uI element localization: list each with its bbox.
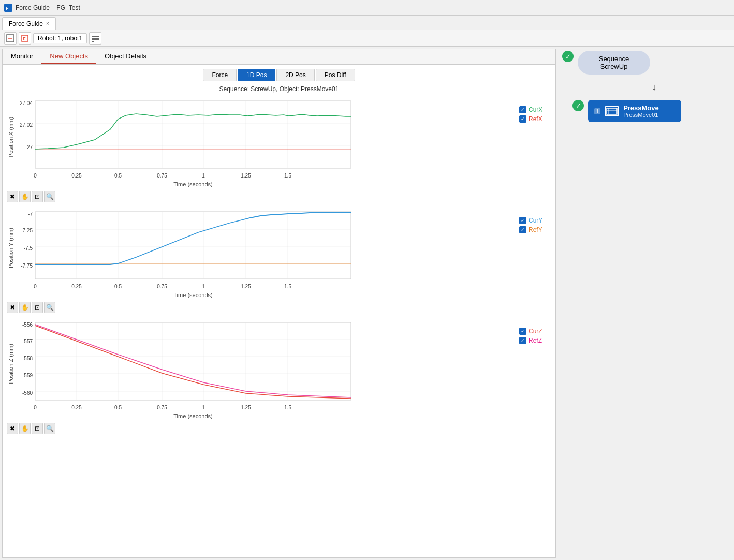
svg-rect-31 — [35, 212, 351, 279]
svg-text:0.25: 0.25 — [71, 405, 82, 410]
svg-text:0: 0 — [34, 173, 37, 179]
svg-text:-7.75: -7.75 — [21, 263, 33, 269]
svg-text:0: 0 — [34, 405, 37, 410]
mode-btn-2d-pos[interactable]: 2D Pos — [276, 69, 314, 81]
chart-z-svg-wrap: Position Z (mm) -556 -557 -558 -559 -560… — [7, 317, 515, 421]
sequence-check-icon: ✓ — [562, 51, 574, 62]
tab-bar: Force Guide × — [0, 16, 734, 30]
svg-text:1.25: 1.25 — [241, 405, 251, 410]
svg-rect-8 — [92, 41, 94, 42]
node-number: 1 — [594, 108, 600, 114]
svg-text:1.5: 1.5 — [284, 284, 291, 289]
mode-btn-pos-diff[interactable]: Pos Diff — [316, 69, 355, 81]
svg-text:0: 0 — [34, 284, 37, 289]
svg-rect-7 — [92, 38, 99, 40]
sequence-node: Sequence ScrewUp — [578, 51, 650, 75]
chart-icon-box-z[interactable]: ⊡ — [32, 423, 43, 434]
chart-icon-box[interactable]: ⊡ — [32, 191, 43, 202]
svg-text:1: 1 — [202, 284, 205, 289]
toolbar-btn-1[interactable] — [4, 32, 17, 45]
legend-refx[interactable]: RefX — [519, 115, 551, 123]
svg-text:0.5: 0.5 — [114, 173, 122, 179]
tab-object-details[interactable]: Object Details — [96, 49, 155, 64]
press-move-text: PressMove PressMove01 — [623, 104, 659, 118]
chart-icon-cross-z[interactable]: ✖ — [7, 423, 18, 434]
press-move-subtitle: PressMove01 — [623, 112, 659, 118]
svg-text:-557: -557 — [22, 338, 33, 344]
svg-text:0.5: 0.5 — [114, 405, 122, 410]
legend-check-refx[interactable] — [519, 115, 526, 123]
chart-icon-zoom-y[interactable]: 🔍 — [44, 302, 55, 313]
chart-x-svg-wrap: Position X (mm) 27.04 27.02 27 0 0.25 0.… — [7, 96, 515, 189]
legend-check-curz[interactable] — [519, 328, 526, 335]
legend-cury[interactable]: CurY — [519, 217, 551, 224]
svg-text:1: 1 — [202, 173, 205, 179]
mode-buttons: Force 1D Pos 2D Pos Pos Diff — [7, 69, 551, 81]
toolbar-layout-btn[interactable] — [89, 32, 101, 45]
svg-text:0.5: 0.5 — [114, 284, 122, 289]
legend-refy[interactable]: RefY — [519, 226, 551, 233]
toolbar-btn-2[interactable]: F — [19, 32, 31, 45]
svg-text:F: F — [6, 6, 9, 11]
chart-icon-box-y[interactable]: ⊡ — [32, 302, 43, 313]
chart-x-legend: CurX RefX — [515, 96, 551, 123]
svg-text:0.75: 0.75 — [157, 405, 167, 410]
legend-refz[interactable]: RefZ — [519, 337, 551, 344]
tab-monitor[interactable]: Monitor — [3, 49, 41, 64]
chart-icons-y: ✖ ✋ ⊡ 🔍 — [7, 302, 551, 313]
svg-text:-558: -558 — [22, 356, 33, 361]
chart-icon-zoom[interactable]: 🔍 — [44, 191, 55, 202]
press-move-icon — [605, 106, 619, 116]
toolbar: F Robot: 1, robot1 — [0, 30, 734, 47]
press-move-check-icon: ✓ — [572, 100, 584, 111]
svg-text:-7.25: -7.25 — [21, 228, 33, 233]
chart-icon-cross[interactable]: ✖ — [7, 191, 18, 202]
press-move-row: ✓ 1 PressMove PressMove01 — [562, 100, 730, 122]
mode-btn-1d-pos[interactable]: 1D Pos — [238, 69, 275, 81]
chart-icon-cross-y[interactable]: ✖ — [7, 302, 18, 313]
sequence-label1: Sequence — [588, 55, 640, 63]
svg-text:27.04: 27.04 — [20, 100, 33, 106]
svg-text:-560: -560 — [22, 390, 33, 396]
svg-rect-80 — [607, 108, 617, 114]
arrow-down: ↓ — [562, 82, 730, 93]
chart-icons-z: ✖ ✋ ⊡ 🔍 — [7, 423, 551, 434]
sequence-row: ✓ Sequence ScrewUp — [562, 51, 730, 75]
legend-check-refy[interactable] — [519, 226, 526, 233]
chart-z-container: Position Z (mm) -556 -557 -558 -559 -560… — [7, 317, 551, 421]
press-move-title: PressMove — [623, 104, 659, 112]
svg-text:Time (seconds): Time (seconds) — [173, 292, 212, 298]
left-panel: Monitor New Objects Object Details Force… — [2, 49, 556, 558]
svg-text:1.5: 1.5 — [284, 405, 291, 410]
legend-curx[interactable]: CurX — [519, 106, 551, 113]
panel-tabs: Monitor New Objects Object Details — [3, 49, 555, 65]
tab-new-objects[interactable]: New Objects — [41, 49, 96, 64]
chart-icon-zoom-z[interactable]: 🔍 — [44, 423, 55, 434]
svg-rect-6 — [92, 36, 99, 37]
svg-text:Position Z (mm): Position Z (mm) — [8, 344, 14, 384]
legend-check-cury[interactable] — [519, 217, 526, 224]
svg-text:0.75: 0.75 — [157, 284, 167, 289]
legend-curz[interactable]: CurZ — [519, 328, 551, 335]
svg-text:0.25: 0.25 — [71, 284, 82, 289]
force-guide-tab[interactable]: Force Guide × — [2, 17, 56, 30]
chart-icon-hand-z[interactable]: ✋ — [19, 423, 31, 434]
chart-icon-hand[interactable]: ✋ — [19, 191, 31, 202]
svg-text:1.25: 1.25 — [241, 173, 251, 179]
tab-close-button[interactable]: × — [46, 21, 49, 26]
legend-check-refz[interactable] — [519, 337, 526, 344]
chart-icon-hand-y[interactable]: ✋ — [19, 302, 31, 313]
svg-text:-559: -559 — [22, 373, 33, 378]
press-move-node[interactable]: 1 PressMove PressMove01 — [588, 100, 681, 122]
title-bar: F Force Guide – FG_Test — [0, 0, 734, 16]
svg-text:1.25: 1.25 — [241, 284, 251, 289]
legend-check-curx[interactable] — [519, 106, 526, 113]
svg-rect-55 — [35, 322, 351, 400]
svg-text:F: F — [23, 36, 26, 41]
chart-area: Force 1D Pos 2D Pos Pos Diff Sequence: S… — [3, 65, 555, 557]
svg-text:Time (seconds): Time (seconds) — [173, 413, 212, 419]
chart-title: Sequence: ScrewUp, Object: PressMove01 — [7, 85, 551, 93]
svg-text:-7.5: -7.5 — [24, 245, 33, 251]
chart-y-svg-wrap: Position Y (mm) -7 -7.25 -7.5 -7.75 0 0.… — [7, 207, 515, 300]
mode-btn-force[interactable]: Force — [203, 69, 237, 81]
